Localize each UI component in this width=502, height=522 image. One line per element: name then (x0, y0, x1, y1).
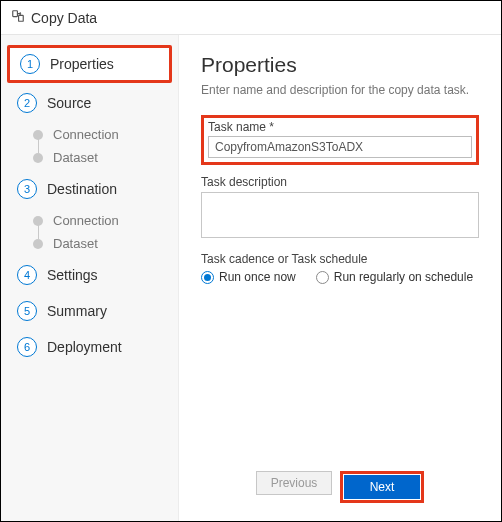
step-summary[interactable]: 5 Summary (7, 295, 172, 327)
task-cadence-label: Task cadence or Task schedule (201, 252, 479, 266)
step-number-icon: 3 (17, 179, 37, 199)
titlebar: Copy Data (1, 1, 501, 35)
page-heading: Properties (201, 53, 479, 77)
substep-dot-icon (33, 216, 43, 226)
task-description-label: Task description (201, 175, 479, 189)
main-panel: Properties Enter name and description fo… (179, 35, 501, 521)
step-number-icon: 4 (17, 265, 37, 285)
svg-rect-1 (19, 15, 24, 21)
substep-source-connection[interactable]: Connection (33, 123, 178, 146)
substep-dot-icon (33, 130, 43, 140)
step-source[interactable]: 2 Source (7, 87, 172, 119)
title-text: Copy Data (31, 10, 97, 26)
step-number-icon: 1 (20, 54, 40, 74)
radio-unselected-icon (316, 271, 329, 284)
step-label: Deployment (47, 339, 122, 355)
step-number-icon: 5 (17, 301, 37, 321)
next-button-highlight: Next (340, 471, 424, 503)
step-label: Summary (47, 303, 107, 319)
radio-selected-icon (201, 271, 214, 284)
step-number-icon: 2 (17, 93, 37, 113)
radio-label: Run once now (219, 270, 296, 284)
wizard-footer: Previous Next (201, 465, 479, 513)
step-properties[interactable]: 1 Properties (7, 45, 172, 83)
task-description-input[interactable] (201, 192, 479, 238)
next-button[interactable]: Next (344, 475, 420, 499)
substep-dest-dataset[interactable]: Dataset (33, 232, 178, 255)
step-label: Properties (50, 56, 114, 72)
previous-button: Previous (256, 471, 332, 495)
svg-rect-0 (13, 11, 18, 17)
substep-source-dataset[interactable]: Dataset (33, 146, 178, 169)
substep-label: Connection (53, 213, 119, 228)
task-name-label: Task name * (208, 120, 472, 134)
wizard-sidebar: 1 Properties 2 Source Connection Dataset (1, 35, 179, 521)
step-deployment[interactable]: 6 Deployment (7, 331, 172, 363)
radio-run-schedule[interactable]: Run regularly on schedule (316, 270, 473, 284)
copy-data-icon (11, 9, 25, 26)
substep-label: Dataset (53, 150, 98, 165)
page-subtitle: Enter name and description for the copy … (201, 83, 479, 97)
radio-run-once[interactable]: Run once now (201, 270, 296, 284)
substep-dest-connection[interactable]: Connection (33, 209, 178, 232)
step-label: Source (47, 95, 91, 111)
step-number-icon: 6 (17, 337, 37, 357)
step-settings[interactable]: 4 Settings (7, 259, 172, 291)
substep-label: Dataset (53, 236, 98, 251)
substep-label: Connection (53, 127, 119, 142)
task-name-input[interactable] (208, 136, 472, 158)
step-destination[interactable]: 3 Destination (7, 173, 172, 205)
step-label: Settings (47, 267, 98, 283)
radio-label: Run regularly on schedule (334, 270, 473, 284)
task-name-highlight: Task name * (201, 115, 479, 165)
substep-dot-icon (33, 153, 43, 163)
substep-dot-icon (33, 239, 43, 249)
step-label: Destination (47, 181, 117, 197)
